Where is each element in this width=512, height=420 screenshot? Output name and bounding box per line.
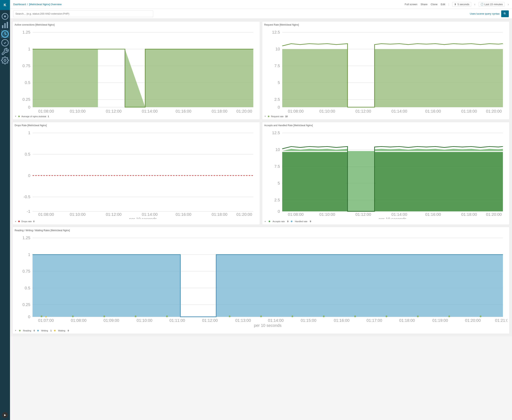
svg-text:01:12:00: 01:12:00 xyxy=(355,109,371,113)
svg-point-103 xyxy=(72,315,74,317)
accepts-rate-legend-value: 9 xyxy=(287,220,288,223)
svg-text:01:19:00: 01:19:00 xyxy=(432,318,448,322)
svg-rect-2 xyxy=(2,25,3,28)
search-button[interactable]: 🔍 xyxy=(501,10,509,17)
svg-text:0.75: 0.75 xyxy=(23,269,30,273)
legend-chevron-drops[interactable]: ▼ xyxy=(15,220,17,223)
clone-button[interactable]: Clone xyxy=(431,3,438,6)
svg-text:01:18:00: 01:18:00 xyxy=(461,212,477,217)
reading-writing-waiting-title: Reading / Writing / Waiting Rates [Metri… xyxy=(15,229,507,232)
search-input[interactable] xyxy=(15,12,151,15)
request-rate-chart: 12.5 10 7.5 5 2.5 0 01:08:00 01:10:00 01… xyxy=(264,28,507,114)
sidebar-item-discover[interactable] xyxy=(1,12,9,20)
svg-text:01:12:00: 01:12:00 xyxy=(202,318,218,322)
request-rate-dot xyxy=(268,116,269,117)
accepts-handled-panel: Accepts and Handled Rate [Metricbeat Ngi… xyxy=(262,122,510,225)
svg-text:01:20:00: 01:20:00 xyxy=(486,212,502,217)
search-right: Uses lucene query syntax 🔍 xyxy=(470,10,509,17)
svg-rect-3 xyxy=(4,23,6,28)
svg-text:01:14:00: 01:14:00 xyxy=(142,109,158,113)
accepts-handled-svg: 12.5 10 7.5 5 2.5 0 01:08:00 01:10:00 xyxy=(264,128,507,219)
svg-text:1: 1 xyxy=(28,47,30,51)
handled-rate-legend-label: Handled rate xyxy=(295,220,307,223)
accepts-handled-chart: 12.5 10 7.5 5 2.5 0 01:08:00 01:10:00 xyxy=(264,128,507,219)
svg-text:01:17:00: 01:17:00 xyxy=(366,318,382,322)
breadcrumb-home[interactable]: Dashboard xyxy=(13,3,26,6)
svg-text:01:12:00: 01:12:00 xyxy=(355,212,371,217)
collapse-button[interactable]: ▶ xyxy=(2,412,8,418)
sidebar-item-devtools[interactable] xyxy=(1,48,9,56)
svg-text:0.25: 0.25 xyxy=(23,97,30,102)
request-rate-legend-value: 10 xyxy=(285,115,288,118)
svg-text:10: 10 xyxy=(275,147,280,152)
handled-rate-legend-value: 9 xyxy=(310,220,311,223)
svg-text:-1: -1 xyxy=(27,209,30,213)
edit-button[interactable]: Edit xyxy=(441,3,445,6)
request-rate-svg: 12.5 10 7.5 5 2.5 0 01:08:00 01:10:00 01… xyxy=(264,28,507,114)
accepts-handled-legend: ▼ Accepts rate 9 Handled rate 9 xyxy=(264,220,507,223)
waiting-legend-label: Waiting xyxy=(58,330,65,332)
drops-rate-chart: 1 0.5 0 -0.5 -1 01:08:00 01:10:00 01:12:… xyxy=(15,128,258,219)
svg-marker-101 xyxy=(33,255,503,317)
svg-point-104 xyxy=(103,315,105,317)
svg-point-1 xyxy=(4,15,6,17)
svg-text:01:15:00: 01:15:00 xyxy=(301,318,316,322)
sidebar-item-timelion[interactable] xyxy=(1,39,9,47)
svg-text:01:18:00: 01:18:00 xyxy=(399,318,415,322)
interval-selector[interactable]: ⏸ 5 seconds xyxy=(452,2,471,7)
svg-point-114 xyxy=(448,315,450,317)
svg-point-112 xyxy=(386,315,387,317)
sidebar-item-dashboard[interactable] xyxy=(1,30,9,38)
svg-text:01:10:00: 01:10:00 xyxy=(70,109,86,113)
svg-text:01:16:00: 01:16:00 xyxy=(425,109,441,113)
svg-point-108 xyxy=(260,315,262,317)
svg-text:01:08:00: 01:08:00 xyxy=(38,212,54,217)
svg-text:0.25: 0.25 xyxy=(23,302,30,307)
svg-text:-0.5: -0.5 xyxy=(23,195,30,199)
svg-text:01:21:00: 01:21:00 xyxy=(495,318,507,322)
app-logo[interactable]: K xyxy=(0,0,10,10)
svg-text:01:20:00: 01:20:00 xyxy=(486,109,502,113)
waiting-legend-value: 0 xyxy=(68,330,69,332)
svg-text:01:16:00: 01:16:00 xyxy=(176,212,191,217)
lucene-link[interactable]: Uses lucene query syntax xyxy=(470,12,500,15)
svg-text:12.5: 12.5 xyxy=(272,30,280,34)
svg-text:01:08:00: 01:08:00 xyxy=(38,109,54,113)
dashboard-row-1: Active connections [Metricbeat Nginx] 1.… xyxy=(12,21,510,120)
legend-chevron-active[interactable]: ▼ xyxy=(15,115,17,117)
legend-chevron-rww[interactable]: ▼ xyxy=(15,330,17,332)
sidebar-item-management[interactable] xyxy=(1,56,9,64)
dashboard-row-3: Reading / Writing / Waiting Rates [Metri… xyxy=(12,227,510,334)
drops-rate-title: Drops Rate [Metricbeat Nginx] xyxy=(15,124,258,127)
svg-text:12.5: 12.5 xyxy=(272,131,280,135)
breadcrumb: Dashboard / [Metricbeat Nginx] Overview xyxy=(13,3,62,6)
svg-point-115 xyxy=(480,315,482,317)
svg-text:01:14:00: 01:14:00 xyxy=(392,212,407,217)
sidebar-item-visualize[interactable] xyxy=(1,21,9,29)
svg-text:01:12:00: 01:12:00 xyxy=(106,109,122,113)
time-range-selector[interactable]: 🕐 Last 15 minutes xyxy=(479,2,504,7)
legend-chevron-accepts[interactable]: ▼ xyxy=(264,220,266,223)
request-rate-panel: Request Rate [Metricbeat Nginx] 12.5 10 … xyxy=(262,21,510,120)
next-interval-button[interactable]: › xyxy=(508,3,509,6)
svg-text:01:20:00: 01:20:00 xyxy=(465,318,481,322)
breadcrumb-current: [Metricbeat Nginx] Overview xyxy=(29,3,62,6)
svg-text:7.5: 7.5 xyxy=(274,64,280,68)
active-connections-chart: 1.25 1 0.75 0.5 0.25 0 01:08:00 01:10:00 xyxy=(15,28,258,114)
active-connections-dot xyxy=(18,116,20,117)
reading-writing-waiting-panel: Reading / Writing / Waiting Rates [Metri… xyxy=(12,227,510,334)
request-rate-legend: ▼ Request rate 10 xyxy=(264,115,507,118)
writing-legend-label: Writing xyxy=(41,330,48,332)
svg-text:01:10:00: 01:10:00 xyxy=(319,212,335,217)
active-connections-legend: ▼ Average of nginx.stubstat 1 xyxy=(15,115,258,118)
prev-interval-button[interactable]: ‹ xyxy=(474,3,475,6)
svg-marker-19 xyxy=(33,49,253,107)
svg-point-106 xyxy=(166,315,168,317)
legend-chevron-request[interactable]: ▼ xyxy=(264,115,266,117)
fullscreen-button[interactable]: Full screen xyxy=(405,3,417,6)
interval-value: 5 seconds xyxy=(457,3,469,6)
active-connections-panel: Active connections [Metricbeat Nginx] 1.… xyxy=(12,21,260,120)
share-button[interactable]: Share xyxy=(421,3,428,6)
svg-text:1.25: 1.25 xyxy=(23,30,30,34)
svg-text:0.5: 0.5 xyxy=(25,286,30,290)
